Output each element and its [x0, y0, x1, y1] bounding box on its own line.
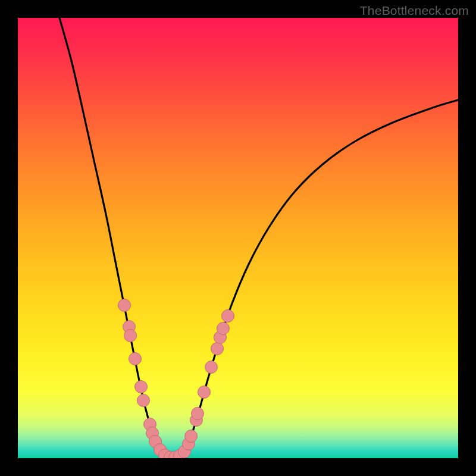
dot-marker — [137, 394, 150, 407]
dot-marker — [198, 386, 211, 399]
curve-right-branch — [182, 100, 458, 456]
dot-marker — [118, 299, 131, 312]
dot-marker — [205, 361, 218, 374]
dot-marker — [135, 381, 148, 393]
dot-marker — [192, 408, 204, 420]
chart-svg — [18, 18, 458, 458]
dot-marker — [211, 343, 224, 355]
dot-marker — [217, 322, 230, 335]
curve-left-branch — [60, 18, 163, 456]
chart-frame — [18, 18, 458, 458]
dot-marker — [124, 330, 137, 342]
credit-text: TheBottleneck.com — [360, 4, 469, 18]
dot-marker — [222, 310, 234, 322]
highlighted-dots-group — [118, 299, 234, 459]
dot-marker — [185, 430, 198, 443]
dot-marker — [129, 353, 142, 365]
